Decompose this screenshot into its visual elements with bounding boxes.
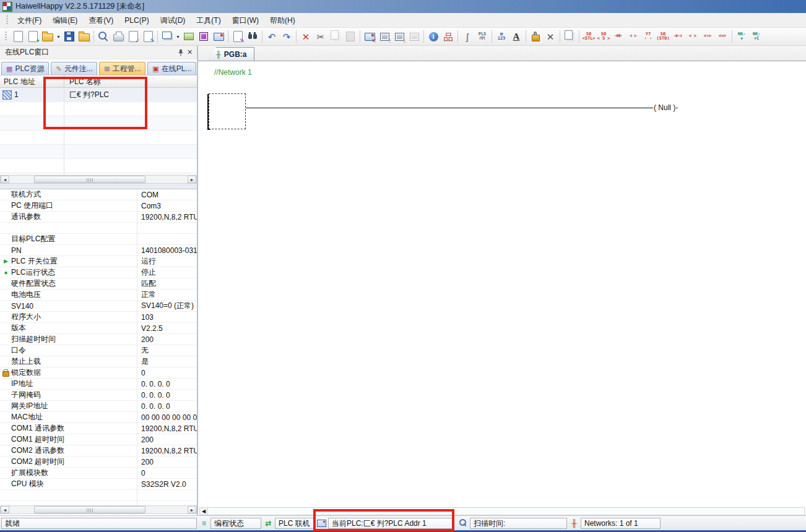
property-row[interactable]: 锁定数据0 xyxy=(0,367,197,379)
probe-icon[interactable]: ʃ xyxy=(460,29,475,44)
property-row[interactable]: CPU 模块S32S2R V2.0 xyxy=(0,479,197,490)
title-bar[interactable]: HaiwellHappy V2.2.5.171129 [未命名] xyxy=(0,0,806,14)
scroll-left-icon[interactable]: ◂ xyxy=(1,176,9,183)
encrypt-icon[interactable] xyxy=(528,29,543,44)
open-icon[interactable] xyxy=(40,29,55,44)
property-row[interactable]: MAC地址00 00 00 00 00 0 xyxy=(0,412,197,423)
selection-cursor-cell[interactable] xyxy=(209,93,246,129)
property-row[interactable]: ▶PLC 开关位置运行 xyxy=(0,256,197,267)
pls-icon[interactable]: PLS⊓⊓ xyxy=(475,29,490,44)
menubar-grip[interactable] xyxy=(6,15,8,25)
undo-icon[interactable]: ↶ xyxy=(264,29,279,44)
plc-table-empty-row[interactable] xyxy=(0,131,197,145)
menu-4[interactable]: 调试(D) xyxy=(155,14,191,27)
plc-table-hscrollbar[interactable]: ◂ ▸ xyxy=(0,175,197,184)
property-row[interactable]: COM2 超时时间200 xyxy=(0,457,197,468)
reset-coil-icon[interactable]: ≺✕≻ xyxy=(700,29,715,44)
property-row[interactable]: COM1 超时时间200 xyxy=(0,434,197,445)
dock-splitter[interactable] xyxy=(0,184,197,189)
dock-tab-3[interactable]: ▣在线PL... xyxy=(147,62,196,75)
print-preview-icon[interactable] xyxy=(96,29,111,44)
scroll-track[interactable] xyxy=(9,176,188,183)
network-config-icon[interactable]: 品 xyxy=(441,29,456,44)
copy-program-icon[interactable] xyxy=(562,29,577,44)
scroll-thumb[interactable] xyxy=(34,176,145,183)
property-row[interactable]: 版本V2.2.5 xyxy=(0,323,197,334)
stl-instruction-icon[interactable]: SO<STL> xyxy=(581,29,596,44)
sto-instruction-icon[interactable]: SO(STO) xyxy=(656,29,670,44)
plc-table-empty-row[interactable] xyxy=(0,145,197,159)
print-icon[interactable] xyxy=(111,29,126,44)
download-plc-icon[interactable]: ↓ xyxy=(392,29,407,44)
plc-info-icon[interactable]: i xyxy=(426,29,441,44)
property-row[interactable]: 扫描超时时间200 xyxy=(0,334,197,345)
property-row[interactable]: ●PLC运行状态停止 xyxy=(0,267,197,278)
cut-icon[interactable]: ✂ xyxy=(313,29,328,44)
property-row[interactable]: 电池电压正常 xyxy=(0,290,197,301)
redo-icon[interactable]: ↷ xyxy=(279,29,294,44)
dock-tab-0[interactable]: ▦PLC资源 xyxy=(1,62,49,75)
menu-5[interactable]: 工具(T) xyxy=(191,14,226,27)
property-row[interactable]: 联机方式COM xyxy=(0,189,197,200)
rising-contact-icon[interactable]: ⊣H⊢ xyxy=(611,29,626,44)
new-file-icon[interactable] xyxy=(11,29,25,44)
close-icon[interactable]: ✕ xyxy=(185,48,194,57)
scroll-track[interactable] xyxy=(208,508,804,515)
plc-table-row[interactable]: 1匚€ 判?PLC xyxy=(0,88,197,102)
property-row[interactable]: IP地址0. 0. 0. 0 xyxy=(0,379,197,390)
scroll-track[interactable] xyxy=(9,506,188,513)
property-row[interactable] xyxy=(0,223,197,234)
property-row[interactable]: 扩展模块数0 xyxy=(0,468,197,479)
set-coil-icon[interactable]: ≺ ≻ xyxy=(685,29,700,44)
property-row[interactable]: 子网掩码0. 0. 0. 0 xyxy=(0,390,197,401)
property-row[interactable]: 目标PLC配置 xyxy=(0,234,197,245)
property-row[interactable]: 程序大小103 xyxy=(0,312,197,323)
new-project-icon[interactable]: + xyxy=(25,29,40,44)
verify-icon[interactable]: ✓ xyxy=(126,29,141,44)
scroll-right-icon[interactable]: ▸ xyxy=(188,506,196,513)
element-table-icon[interactable]: ▤123 xyxy=(494,29,509,44)
save-icon[interactable] xyxy=(62,29,77,44)
property-row[interactable]: PC 使用端口Com3 xyxy=(0,200,197,212)
menu-1[interactable]: 编辑(E) xyxy=(47,14,83,27)
toolbar-grip[interactable] xyxy=(5,32,7,41)
dock-tab-1[interactable]: ✎元件注... xyxy=(51,62,97,75)
plc-table-empty-row[interactable] xyxy=(0,116,197,131)
window-menu-icon[interactable]: ▾ xyxy=(175,29,181,44)
property-hscrollbar[interactable]: ◂ ▸ xyxy=(0,505,197,514)
upload-plc-icon[interactable]: ↑ xyxy=(377,29,392,44)
delete-icon[interactable]: ✕ xyxy=(298,29,313,44)
font-icon[interactable]: A xyxy=(509,29,524,44)
network-comment[interactable]: //Network 1 xyxy=(214,68,252,77)
menu-2[interactable]: 查看(V) xyxy=(83,14,119,27)
col-plc-name[interactable]: PLC 名称 xyxy=(64,75,197,87)
property-row[interactable]: COM1 通讯参数19200,N,8,2 RTU xyxy=(0,423,197,434)
menu-0[interactable]: 文件(F) xyxy=(12,14,47,27)
set-state-icon[interactable]: SO< S > xyxy=(596,29,611,44)
open-menu-icon[interactable]: ▾ xyxy=(55,29,62,44)
hk-convert-icon[interactable]: HK›+C xyxy=(749,29,764,44)
rung-line[interactable] xyxy=(210,108,666,108)
plc-link-icon[interactable]: ✕ xyxy=(362,29,377,44)
scroll-left-icon[interactable]: ◀ xyxy=(200,508,208,515)
edit-doc-icon[interactable]: ✎ xyxy=(141,29,155,44)
decrypt-icon[interactable]: ✕ xyxy=(543,29,558,44)
window-cascade-icon[interactable] xyxy=(160,29,175,44)
upload-file-icon[interactable]: ↑ xyxy=(77,29,92,44)
editor-hscrollbar[interactable]: ◀ xyxy=(199,507,805,515)
tab-pgb-a[interactable]: ╫ PGB:a xyxy=(209,47,254,61)
firmware-chip-icon[interactable] xyxy=(196,29,211,44)
property-row[interactable]: 禁止上载是 xyxy=(0,356,197,367)
plc-card-icon[interactable] xyxy=(181,29,196,44)
falling-contact-icon[interactable]: ⊣ ⊢ xyxy=(626,29,641,44)
parallel-contact-icon[interactable]: ⊣⊢⊣ xyxy=(670,29,685,44)
property-row[interactable]: COM2 通讯参数19200,N,8,2 RTU xyxy=(0,445,197,457)
scroll-thumb[interactable] xyxy=(34,506,145,513)
menu-6[interactable]: 窗口(W) xyxy=(227,14,264,27)
monitor-icon[interactable] xyxy=(211,29,226,44)
menu-7[interactable]: 帮助(H) xyxy=(264,14,301,27)
property-row[interactable] xyxy=(0,490,197,501)
property-row[interactable]: 口令无 xyxy=(0,345,197,356)
dock-tab-2[interactable]: ⊞工程管... xyxy=(99,62,145,75)
scroll-left-icon[interactable]: ◂ xyxy=(1,506,9,513)
